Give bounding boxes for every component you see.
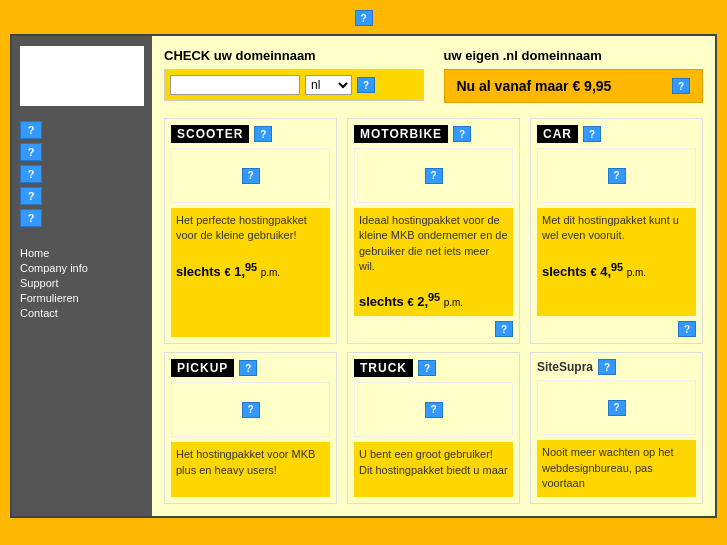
nav-home[interactable]: Home [20,247,144,259]
sitesupra-description: Nooit meer wachten op het webdesignburea… [537,440,696,496]
scooter-img-q[interactable]: ? [242,168,260,184]
nav-formulieren[interactable]: Formulieren [20,292,144,304]
domain-own-help[interactable]: ? [672,78,690,94]
pickup-image: ? [171,382,330,437]
sidebar-question-marks: ? ? ? ? ? [20,121,144,227]
package-sitesupra: SiteSupra ? ? Nooit meer wachten op het … [530,352,703,503]
domain-check-input[interactable] [170,75,300,95]
car-img-q[interactable]: ? [608,168,626,184]
pickup-help[interactable]: ? [239,360,257,376]
nav-contact[interactable]: Contact [20,307,144,319]
sitesupra-help[interactable]: ? [598,359,616,375]
sidebar-q4[interactable]: ? [20,187,42,205]
main-container: ? ? ? ? ? Home Company info Support Form… [10,34,717,518]
car-description: Met dit hostingpakket kunt u wel even vo… [537,208,696,316]
scooter-price: slechts € 1,95 p.m. [176,264,280,279]
package-car: CAR ? ? Met dit hostingpakket kunt u wel… [530,118,703,344]
top-question-mark[interactable]: ? [10,10,717,26]
top-section: CHECK uw domeinnaam nl com net org ? uw … [164,48,703,103]
packages-grid-top: SCOOTER ? ? Het perfecte hostingpakket v… [164,118,703,344]
car-image: ? [537,148,696,203]
package-pickup: PICKUP ? ? Het hostingpakket voor MKB pl… [164,352,337,503]
sidebar: ? ? ? ? ? Home Company info Support Form… [12,36,152,516]
domain-check-title: CHECK uw domeinnaam [164,48,424,63]
nav-support[interactable]: Support [20,277,144,289]
sidebar-q3[interactable]: ? [20,165,42,183]
domain-own-title: uw eigen .nl domeinnaam [444,48,704,63]
sitesupra-header: SiteSupra ? [537,359,696,375]
sidebar-nav: Home Company info Support Formulieren Co… [20,247,144,319]
motorbike-header: MOTORBIKE ? [354,125,513,143]
scooter-title: SCOOTER [171,125,249,143]
motorbike-image: ? [354,148,513,203]
section-divider [164,344,703,352]
sidebar-q1[interactable]: ? [20,121,42,139]
top-question-icon[interactable]: ? [355,10,373,26]
car-footer-q[interactable]: ? [678,321,696,337]
motorbike-title: MOTORBIKE [354,125,448,143]
scooter-help[interactable]: ? [254,126,272,142]
truck-img-q[interactable]: ? [425,402,443,418]
truck-help[interactable]: ? [418,360,436,376]
domain-check-box: CHECK uw domeinnaam nl com net org ? [164,48,424,101]
car-header: CAR ? [537,125,696,143]
sidebar-q5[interactable]: ? [20,209,42,227]
pickup-header: PICKUP ? [171,359,330,377]
domain-price-text: Nu al vanaf maar € 9,95 [457,78,612,94]
motorbike-price: slechts € 2,95 p.m. [359,294,463,309]
motorbike-help[interactable]: ? [453,126,471,142]
sidebar-q2[interactable]: ? [20,143,42,161]
motorbike-img-q[interactable]: ? [425,168,443,184]
truck-header: TRUCK ? [354,359,513,377]
domain-check-help[interactable]: ? [357,77,375,93]
sitesupra-image: ? [537,380,696,435]
domain-own-box: uw eigen .nl domeinnaam Nu al vanaf maar… [444,48,704,103]
packages-grid-bottom: PICKUP ? ? Het hostingpakket voor MKB pl… [164,352,703,503]
package-motorbike: MOTORBIKE ? ? Ideaal hostingpakket voor … [347,118,520,344]
scooter-header: SCOOTER ? [171,125,330,143]
domain-tld-select[interactable]: nl com net org [305,75,352,95]
scooter-description: Het perfecte hostingpakket voor de klein… [171,208,330,337]
truck-title: TRUCK [354,359,413,377]
sitesupra-img-q[interactable]: ? [608,400,626,416]
motorbike-footer-q[interactable]: ? [495,321,513,337]
nav-company[interactable]: Company info [20,262,144,274]
package-scooter: SCOOTER ? ? Het perfecte hostingpakket v… [164,118,337,344]
domain-input-row: nl com net org ? [164,69,424,101]
pickup-img-q[interactable]: ? [242,402,260,418]
car-help[interactable]: ? [583,126,601,142]
package-truck: TRUCK ? ? U bent een groot gebruiker! Di… [347,352,520,503]
car-price: slechts € 4,95 p.m. [542,264,646,279]
sitesupra-title: SiteSupra [537,360,593,374]
truck-description: U bent een groot gebruiker! Dit hostingp… [354,442,513,496]
motorbike-description: Ideaal hostingpakket voor de kleine MKB … [354,208,513,316]
pickup-title: PICKUP [171,359,234,377]
scooter-image: ? [171,148,330,203]
truck-image: ? [354,382,513,437]
outer-wrapper: ? ? ? ? ? ? Home Company info Support Fo… [0,0,727,545]
domain-price-banner: Nu al vanaf maar € 9,95 ? [444,69,704,103]
sidebar-logo [20,46,144,106]
car-title: CAR [537,125,578,143]
pickup-description: Het hostingpakket voor MKB plus en heavy… [171,442,330,496]
content-area: CHECK uw domeinnaam nl com net org ? uw … [152,36,715,516]
